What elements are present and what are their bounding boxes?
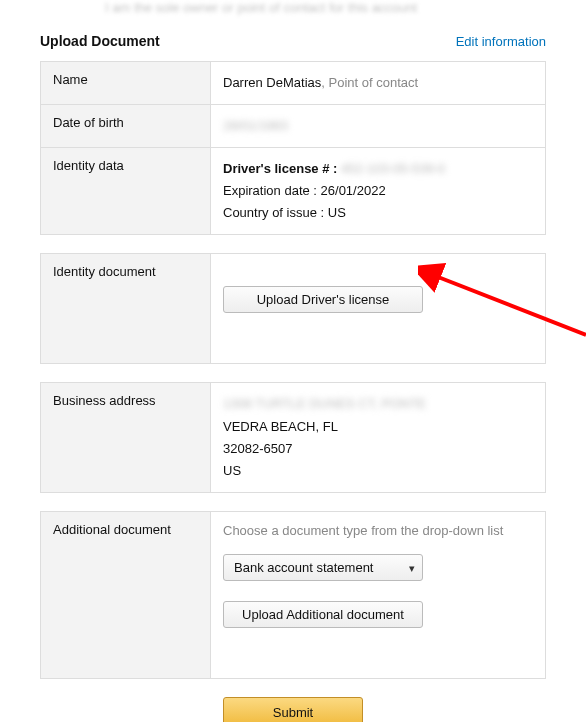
license-label: Driver's license # : xyxy=(223,161,337,176)
address-line1-masked: 1308 TURTLE DUNES CT, PONTE xyxy=(223,393,426,415)
section-title: Upload Document xyxy=(40,33,160,49)
name-value: Darren DeMatias, Point of contact xyxy=(211,62,545,104)
submit-button[interactable]: Submit xyxy=(223,697,363,722)
doc-type-prompt: Choose a document type from the drop-dow… xyxy=(223,522,533,540)
expiration-date: Expiration date : 26/01/2022 xyxy=(223,183,386,198)
name-role: , Point of contact xyxy=(321,75,418,90)
identity-data-label: Identity data xyxy=(41,148,211,234)
dob-label: Date of birth xyxy=(41,105,211,147)
address-line4: US xyxy=(223,463,241,478)
business-address-block: Business address 1308 TURTLE DUNES CT, P… xyxy=(40,382,546,492)
dob-masked: 28/01/1983 xyxy=(223,115,288,137)
identity-document-label: Identity document xyxy=(41,254,211,363)
document-type-select[interactable]: Bank account statement xyxy=(223,554,423,581)
identity-document-block: Identity document Upload Driver's licens… xyxy=(40,253,546,364)
name-label: Name xyxy=(41,62,211,104)
info-table: Name Darren DeMatias, Point of contact D… xyxy=(40,61,546,235)
additional-document-label: Additional document xyxy=(41,512,211,678)
additional-document-block: Additional document Choose a document ty… xyxy=(40,511,546,679)
country-of-issue: Country of issue : US xyxy=(223,205,346,220)
dob-value: 28/01/1983 xyxy=(211,105,545,147)
address-line2: VEDRA BEACH, FL xyxy=(223,419,338,434)
upload-drivers-license-button[interactable]: Upload Driver's license xyxy=(223,286,423,313)
upload-additional-document-button[interactable]: Upload Additional document xyxy=(223,601,423,628)
business-address-value: 1308 TURTLE DUNES CT, PONTE VEDRA BEACH,… xyxy=(211,383,545,491)
name-text: Darren DeMatias xyxy=(223,75,321,90)
identity-data-value: Driver's license # : 452-103-05-539-0 Ex… xyxy=(211,148,545,234)
license-masked: 452-103-05-539-0 xyxy=(341,158,445,180)
business-address-label: Business address xyxy=(41,383,211,491)
address-line3: 32082-6507 xyxy=(223,441,292,456)
owner-statement: I am the sole owner or point of contact … xyxy=(105,0,586,15)
edit-information-link[interactable]: Edit information xyxy=(456,34,546,49)
